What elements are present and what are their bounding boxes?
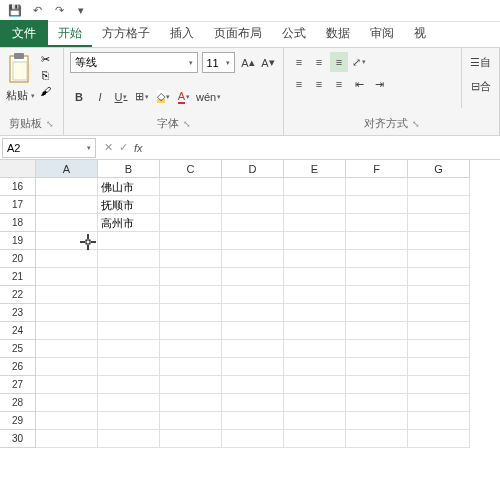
cell-E19[interactable] — [284, 232, 346, 250]
row-header-29[interactable]: 29 — [0, 412, 36, 430]
col-header-F[interactable]: F — [346, 160, 408, 178]
cell-A27[interactable] — [36, 376, 98, 394]
row-header-20[interactable]: 20 — [0, 250, 36, 268]
cell-E27[interactable] — [284, 376, 346, 394]
cell-F22[interactable] — [346, 286, 408, 304]
cell-G24[interactable] — [408, 322, 470, 340]
cell-A20[interactable] — [36, 250, 98, 268]
cell-B18[interactable]: 高州市 — [98, 214, 160, 232]
cell-A30[interactable] — [36, 430, 98, 448]
launcher-icon[interactable]: ⤡ — [46, 119, 54, 129]
cell-F23[interactable] — [346, 304, 408, 322]
cell-D22[interactable] — [222, 286, 284, 304]
col-header-C[interactable]: C — [160, 160, 222, 178]
underline-button[interactable]: U▾ — [112, 87, 130, 107]
tab-layout[interactable]: 页面布局 — [204, 20, 272, 47]
wrap-text-button[interactable]: ☰自 — [470, 52, 491, 72]
cell-C20[interactable] — [160, 250, 222, 268]
cell-F25[interactable] — [346, 340, 408, 358]
cell-A17[interactable] — [36, 196, 98, 214]
cell-F29[interactable] — [346, 412, 408, 430]
col-header-E[interactable]: E — [284, 160, 346, 178]
cell-D18[interactable] — [222, 214, 284, 232]
cell-B26[interactable] — [98, 358, 160, 376]
cell-C27[interactable] — [160, 376, 222, 394]
cell-E17[interactable] — [284, 196, 346, 214]
cell-E21[interactable] — [284, 268, 346, 286]
cell-A16[interactable] — [36, 178, 98, 196]
cell-C21[interactable] — [160, 268, 222, 286]
cell-F17[interactable] — [346, 196, 408, 214]
cell-G18[interactable] — [408, 214, 470, 232]
cell-C28[interactable] — [160, 394, 222, 412]
cell-C17[interactable] — [160, 196, 222, 214]
col-header-G[interactable]: G — [408, 160, 470, 178]
cell-B24[interactable] — [98, 322, 160, 340]
row-header-26[interactable]: 26 — [0, 358, 36, 376]
cell-G28[interactable] — [408, 394, 470, 412]
cell-C30[interactable] — [160, 430, 222, 448]
cell-A24[interactable] — [36, 322, 98, 340]
border-icon[interactable]: ⊞▾ — [133, 87, 151, 107]
cell-F26[interactable] — [346, 358, 408, 376]
row-header-25[interactable]: 25 — [0, 340, 36, 358]
cell-D24[interactable] — [222, 322, 284, 340]
cell-F24[interactable] — [346, 322, 408, 340]
cell-G22[interactable] — [408, 286, 470, 304]
indent-decrease-icon[interactable]: ⇤ — [350, 74, 368, 94]
align-left-icon[interactable]: ≡ — [290, 74, 308, 94]
format-painter-icon[interactable]: 🖌 — [38, 84, 52, 98]
cell-B21[interactable] — [98, 268, 160, 286]
cell-E26[interactable] — [284, 358, 346, 376]
undo-icon[interactable]: ↶ — [28, 2, 46, 20]
col-header-B[interactable]: B — [98, 160, 160, 178]
tab-start[interactable]: 开始 — [48, 20, 92, 47]
cell-B19[interactable] — [98, 232, 160, 250]
cell-A21[interactable] — [36, 268, 98, 286]
cell-D19[interactable] — [222, 232, 284, 250]
tab-formula[interactable]: 公式 — [272, 20, 316, 47]
align-center-icon[interactable]: ≡ — [310, 74, 328, 94]
cell-G20[interactable] — [408, 250, 470, 268]
cell-C19[interactable] — [160, 232, 222, 250]
row-header-19[interactable]: 19 — [0, 232, 36, 250]
cell-F27[interactable] — [346, 376, 408, 394]
cell-B20[interactable] — [98, 250, 160, 268]
bold-button[interactable]: B — [70, 87, 88, 107]
cell-B16[interactable]: 佛山市 — [98, 178, 160, 196]
cell-G27[interactable] — [408, 376, 470, 394]
row-header-24[interactable]: 24 — [0, 322, 36, 340]
merge-button[interactable]: ⊟合 — [471, 76, 491, 96]
cell-B22[interactable] — [98, 286, 160, 304]
row-header-28[interactable]: 28 — [0, 394, 36, 412]
row-header-22[interactable]: 22 — [0, 286, 36, 304]
cell-B17[interactable]: 抚顺市 — [98, 196, 160, 214]
cell-D25[interactable] — [222, 340, 284, 358]
cell-D26[interactable] — [222, 358, 284, 376]
cell-A29[interactable] — [36, 412, 98, 430]
cell-C16[interactable] — [160, 178, 222, 196]
tab-review[interactable]: 审阅 — [360, 20, 404, 47]
cell-B23[interactable] — [98, 304, 160, 322]
cell-G29[interactable] — [408, 412, 470, 430]
cell-C23[interactable] — [160, 304, 222, 322]
phonetic-icon[interactable]: wén▾ — [196, 87, 221, 107]
row-header-21[interactable]: 21 — [0, 268, 36, 286]
row-header-17[interactable]: 17 — [0, 196, 36, 214]
redo-icon[interactable]: ↷ — [50, 2, 68, 20]
select-all-corner[interactable] — [0, 160, 36, 178]
cell-G23[interactable] — [408, 304, 470, 322]
tab-insert[interactable]: 插入 — [160, 20, 204, 47]
launcher-icon[interactable]: ⤡ — [412, 119, 420, 129]
cell-C22[interactable] — [160, 286, 222, 304]
cell-B25[interactable] — [98, 340, 160, 358]
cell-F20[interactable] — [346, 250, 408, 268]
cell-A19[interactable] — [36, 232, 98, 250]
cell-D27[interactable] — [222, 376, 284, 394]
row-header-30[interactable]: 30 — [0, 430, 36, 448]
cell-C29[interactable] — [160, 412, 222, 430]
cell-A25[interactable] — [36, 340, 98, 358]
italic-button[interactable]: I — [91, 87, 109, 107]
align-right-icon[interactable]: ≡ — [330, 74, 348, 94]
shrink-font-icon[interactable]: A▾ — [259, 53, 277, 73]
